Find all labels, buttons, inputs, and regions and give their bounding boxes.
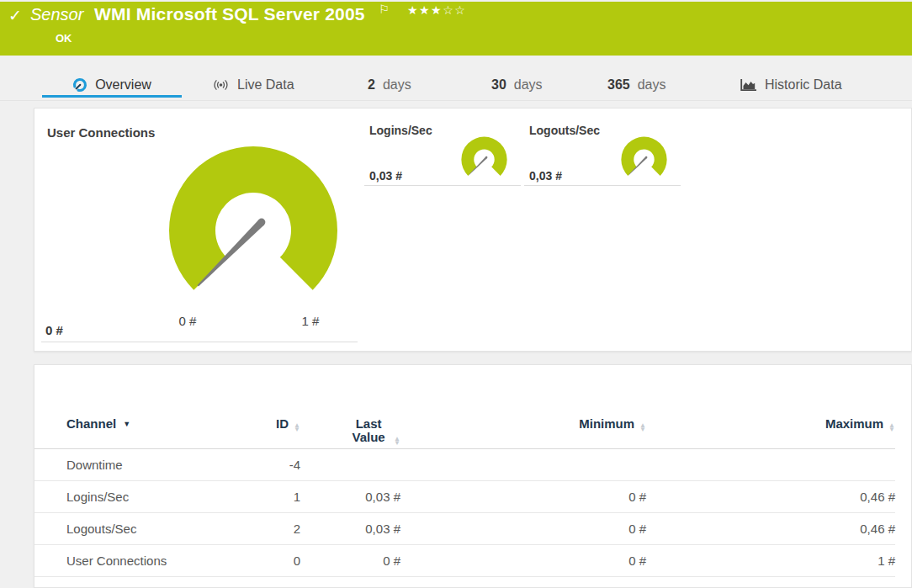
cell-last-value: 0 # (300, 545, 400, 577)
tab-2-days[interactable]: 2 days (368, 74, 411, 96)
tab-365-days-number: 365 (607, 77, 630, 93)
mini-gauge-logouts-title: Logouts/Sec (529, 124, 600, 137)
cell-maximum: 0,46 # (646, 481, 895, 513)
tab-30-days-number: 30 (491, 77, 506, 93)
main-gauge-scale-min: 0 # (179, 314, 197, 328)
column-header-minimum[interactable]: Minimum▲▼ (400, 402, 646, 449)
column-header-channel[interactable]: Channel▼ (34, 402, 245, 449)
channels-panel: Channel▼ ID▲▼ Last Value▲▼ Minimum▲▼ Max… (34, 364, 912, 588)
gauge-icon (72, 77, 87, 93)
cell-last-value (300, 449, 400, 481)
cell-channel: Downtime (34, 449, 245, 481)
table-row[interactable]: Downtime -4 (34, 449, 895, 481)
mini-gauge-logouts: Logouts/Sec 0,03 # (524, 124, 681, 186)
status-check-icon: ✓ (8, 6, 22, 25)
column-header-maximum[interactable]: Maximum▲▼ (646, 402, 895, 449)
tab-30-days-unit: days (514, 77, 543, 93)
column-header-maximum-label: Maximum (825, 416, 883, 431)
sensor-status-bar: ✓ Sensor WMI Microsoft SQL Server 2005 ⚐… (0, 2, 912, 56)
cell-id: 1 (245, 481, 300, 513)
sensor-title: WMI Microsoft SQL Server 2005 (94, 4, 365, 24)
tab-overview[interactable]: Overview (42, 74, 182, 96)
cell-minimum (400, 449, 646, 481)
cell-last-value: 0,03 # (300, 513, 400, 545)
main-gauge-value: 0 # (45, 323, 63, 337)
object-kind-label: Sensor (30, 5, 83, 24)
flag-icon[interactable]: ⚐ (379, 3, 390, 16)
cell-maximum (646, 449, 895, 481)
channels-table: Channel▼ ID▲▼ Last Value▲▼ Minimum▲▼ Max… (34, 402, 895, 577)
active-tab-underline (42, 95, 182, 98)
sort-icon: ▲▼ (888, 423, 895, 432)
table-row[interactable]: User Connections 0 0 # 0 # 1 # (34, 545, 895, 577)
cell-minimum: 0 # (400, 513, 646, 545)
mini-gauge-logins-value: 0,03 # (369, 169, 402, 183)
cell-last-value: 0,03 # (300, 481, 400, 513)
cell-minimum: 0 # (400, 545, 646, 577)
tab-historic-data-label: Historic Data (765, 77, 842, 93)
cell-channel: Logouts/Sec (34, 513, 245, 545)
mini-gauge-logouts-value: 0,03 # (529, 169, 562, 183)
status-badge: OK (56, 32, 72, 45)
user-connections-gauge (165, 142, 342, 302)
area-chart-icon (740, 78, 757, 92)
column-header-last-value-label: Last Value (348, 417, 389, 444)
column-header-id-label: ID (276, 416, 289, 431)
logouts-gauge (620, 135, 668, 179)
cell-id: -4 (245, 449, 300, 481)
tab-live-data-label: Live Data (237, 77, 294, 93)
tab-365-days[interactable]: 365 days (607, 74, 666, 96)
tab-30-days[interactable]: 30 days (491, 74, 543, 96)
table-header-row: Channel▼ ID▲▼ Last Value▲▼ Minimum▲▼ Max… (34, 402, 895, 449)
cell-channel: Logins/Sec (34, 481, 245, 513)
mini-gauge-logins-title: Logins/Sec (369, 124, 432, 137)
cell-maximum: 1 # (646, 545, 895, 577)
column-header-channel-label: Channel (66, 416, 116, 431)
sort-icon: ▲▼ (639, 423, 646, 432)
priority-stars[interactable]: ★★★☆☆ (407, 3, 466, 17)
tab-historic-data[interactable]: Historic Data (740, 74, 842, 96)
sort-desc-icon: ▼ (123, 420, 130, 428)
broadcast-icon (212, 79, 230, 91)
logins-gauge (460, 135, 508, 179)
column-header-minimum-label: Minimum (579, 416, 634, 431)
tab-2-days-number: 2 (368, 77, 375, 93)
mini-gauge-logins: Logins/Sec 0,03 # (364, 124, 521, 186)
cell-id: 2 (245, 513, 300, 545)
main-gauge-divider (41, 342, 358, 342)
tab-overview-label: Overview (95, 77, 151, 93)
main-gauge-title: User Connections (47, 125, 155, 140)
column-header-id[interactable]: ID▲▼ (245, 402, 300, 449)
sort-icon: ▲▼ (294, 423, 300, 432)
table-row[interactable]: Logouts/Sec 2 0,03 # 0 # 0,46 # (34, 513, 895, 545)
table-row[interactable]: Logins/Sec 1 0,03 # 0 # 0,46 # (34, 481, 895, 513)
cell-id: 0 (245, 545, 300, 577)
tabs-divider (0, 100, 912, 101)
sort-icon: ▲▼ (394, 437, 400, 445)
tab-2-days-unit: days (383, 77, 411, 93)
tab-live-data[interactable]: Live Data (212, 74, 294, 96)
cell-maximum: 0,46 # (646, 513, 895, 545)
column-header-last-value[interactable]: Last Value▲▼ (300, 402, 400, 449)
gauges-panel: User Connections 0 # 1 # 0 # Logins/Sec … (34, 108, 912, 352)
cell-minimum: 0 # (400, 481, 646, 513)
main-gauge-scale-max: 1 # (302, 314, 320, 328)
tab-365-days-unit: days (638, 77, 666, 93)
cell-channel: User Connections (34, 545, 245, 577)
